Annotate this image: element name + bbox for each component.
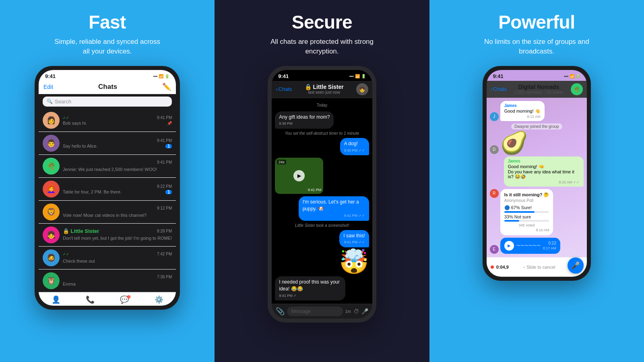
poll-bar-sure (504, 211, 535, 213)
battery-icon-3: 🔋 (576, 74, 580, 78)
chat-name-alicia: Alicia Torreaux (70, 115, 108, 121)
msg-james-outgoing: James Good morning! 🤜Do you have any ide… (504, 156, 584, 187)
input-icons: ⏱ 🎤 (353, 308, 368, 315)
option-dot: 🔵 67% Sure! (504, 205, 532, 210)
chevron-left-icon-group: ‹ (491, 86, 492, 92)
status-bar-1: 9:41 ▪▪▪ 📶 🔋 (39, 70, 176, 81)
avatar-nomads: 🌴 (43, 158, 60, 175)
chat-info-sister: 🔒 Little Sister 8:28 PM Don't tell mom y… (63, 228, 172, 241)
msg-time: 9:41 PM ✓✓ (343, 240, 365, 245)
msg-text: I saw this! (343, 232, 365, 239)
compose-button[interactable]: ✏️ (162, 82, 171, 91)
avatar-animals: 🦁 (43, 204, 60, 220)
chat-item-study[interactable]: 🦉 Study Group 7:36 PM Emma (39, 269, 176, 292)
avatar-study: 🦉 (43, 272, 60, 289)
phone-powerful-screen: 9:41 ▪▪▪ 📶 🔋 ‹ Chats Digital Nomads (487, 70, 587, 277)
poll-option-notsure[interactable]: 33% Not sure (504, 214, 549, 222)
lock-icon: 🔒 (305, 84, 312, 90)
system-selfdestruct: You set the self-destruct timer to 1 min… (275, 131, 369, 136)
wifi-icon: 📶 (159, 74, 163, 78)
mic-icon[interactable]: 🎤 (361, 308, 368, 315)
chat-item-animals[interactable]: 🦁 Animal Videos 9:12 PM Vote now! Moar c… (39, 201, 176, 224)
poll-option-sure[interactable]: 🔵 67% Sure! (504, 205, 549, 213)
timer-icon[interactable]: ⏱ (353, 308, 359, 315)
phone-secure-screen: 9:41 ▪▪▪ 📶 🔋 ‹ Chats 🔒 (272, 70, 372, 319)
video-play-button[interactable]: ▶ (293, 170, 305, 181)
msg-serious: I'm serious. Let's get her a puppy. 🐶 9:… (299, 196, 369, 220)
badge-veronica: 1 (165, 190, 172, 194)
chat-header-sister: ‹ Chats 🔒 Little Sister last seen just n… (272, 81, 372, 98)
search-bar[interactable]: 🔍 Search (43, 97, 172, 107)
avatar-sister: 👧 (43, 226, 60, 243)
audio-play-button[interactable]: ▶ (504, 241, 514, 251)
slide-to-cancel: ‹ Slide to cancel (511, 265, 568, 269)
status-icons-2: ▪▪▪ 📶 🔋 (349, 74, 366, 78)
james-avatar: J (490, 112, 499, 121)
msg-text: A dog! (344, 140, 365, 147)
tab-bar: 👤 📞 💬 2 ⚙️ (39, 292, 176, 306)
sister-avatar-header[interactable]: 👧 (356, 83, 368, 95)
tab-settings[interactable]: ⚙️ (142, 295, 176, 304)
avatar-roberto: 👨 (43, 135, 60, 152)
chat-info-study: Study Group 7:36 PM Emma (63, 274, 172, 287)
chat-name-animals: Animal Videos (63, 205, 99, 211)
chat-name-roberto: Roberto (63, 138, 83, 144)
main-panels: Fast Simple, reliable and synced across … (0, 0, 644, 362)
msg-saw-this: I saw this! 9:41 PM ✓✓ (339, 230, 369, 247)
chat-time-sister: 8:28 PM (157, 229, 172, 233)
avatar-james: 🧔 (43, 249, 60, 266)
chat-info-veronica: Veronica 9:22 PM Table for four, 2 PM. B… (63, 183, 172, 194)
search-placeholder: Search (55, 99, 71, 105)
edit-button[interactable]: Edit (43, 84, 53, 90)
panel-secure: Secure All chats are protected with stro… (215, 0, 429, 362)
chat-time-nomads: 9:41 PM (157, 160, 172, 165)
tab-chats[interactable]: 💬 2 (107, 295, 142, 304)
msg-text: Any gift ideas for mom? (279, 114, 330, 121)
group-members: 2,503 members, 736 online (510, 90, 568, 95)
msg-proof: I needed proof this was your idea! 😂😂 9:… (275, 276, 345, 300)
chat-item-james[interactable]: 🧔 ✓✓ James 7:42 PM Check these out (39, 247, 176, 269)
message-input[interactable]: Message (287, 306, 343, 316)
tab-contacts[interactable]: 👤 (39, 295, 73, 304)
audio-message: ▶ 〜〜〜〜〜〜 0:22 8:17 AM (500, 238, 560, 254)
msg-time: 9:41 PM ✓ (279, 293, 341, 298)
chat-time-animals: 9:12 PM (157, 206, 172, 210)
chat-item-nomads[interactable]: 🌴 Digital Nomads 9:41 PM Jennie: We just… (39, 155, 176, 178)
back-button[interactable]: ‹ Chats (276, 86, 292, 92)
phone-powerful: 9:41 ▪▪▪ 📶 🔋 ‹ Chats Digital Nomads (483, 66, 591, 281)
chat-preview-study: Emma (63, 282, 76, 286)
chat-item-roberto[interactable]: 👨 Roberto 9:41 PM Say hello to Alice. 1 (39, 132, 176, 155)
panel-fast-subtitle: Simple, reliable and synced across all y… (51, 37, 164, 56)
contacts-icon: 👤 (52, 295, 60, 304)
fab-mic-button[interactable]: 🎤 (568, 257, 584, 274)
roxanne-avatar: R (490, 189, 499, 198)
recording-dot (491, 265, 494, 269)
chat-name-veronica: Veronica (63, 183, 85, 189)
msg-time: 8:12 AM (504, 115, 541, 119)
chat-time-roberto: 9:41 PM (157, 138, 172, 143)
phone-fast-screen: 9:41 ▪▪▪ 📶 🔋 Edit Chats ✏️ 🔍 Sear (39, 70, 176, 306)
chat-item-veronica[interactable]: 👩‍🦰 Veronica 9:22 PM Table for four, 2 P… (39, 178, 176, 201)
chats-badge-dot: 2 (127, 295, 130, 298)
chevron-left-icon: ‹ (276, 86, 277, 92)
chat-name-nomads: Digital Nomads (63, 159, 101, 165)
panel-powerful-subtitle: No limits on the size of groups and broa… (480, 37, 593, 56)
group-back-button[interactable]: ‹ Chats (491, 86, 507, 92)
search-icon: 🔍 (47, 99, 53, 104)
video-message[interactable]: 24s ▶ 9:41 PM (275, 158, 323, 194)
attach-icon[interactable]: 📎 (276, 307, 285, 316)
audio-send-time: 8:17 AM (543, 246, 556, 250)
chat-info-alicia: ✓✓ Alicia Torreaux 9:41 PM Bob says hi. … (63, 115, 172, 125)
back-chats-label: Chats (279, 86, 292, 92)
video-duration: 24s (277, 160, 286, 165)
chat-item-alicia[interactable]: 👩 ✓✓ Alicia Torreaux 9:41 PM Bob says h (39, 109, 176, 132)
poll-voted-count: 345 voted (504, 223, 549, 227)
tab-calls[interactable]: 📞 (73, 295, 107, 304)
group-avatar[interactable]: 🌴 (571, 83, 583, 95)
chat-preview-veronica: Table for four, 2 PM. Be there. (63, 189, 122, 194)
emoji-sticker: 🤯 (339, 250, 369, 274)
battery-icon: 🔋 (165, 74, 169, 78)
chat-time-study: 7:36 PM (157, 275, 172, 279)
msg-time: 8:15 AM ✓✓ (508, 180, 580, 184)
chat-item-sister[interactable]: 👧 🔒 Little Sister 8:28 PM Don't tell mom… (39, 224, 176, 247)
